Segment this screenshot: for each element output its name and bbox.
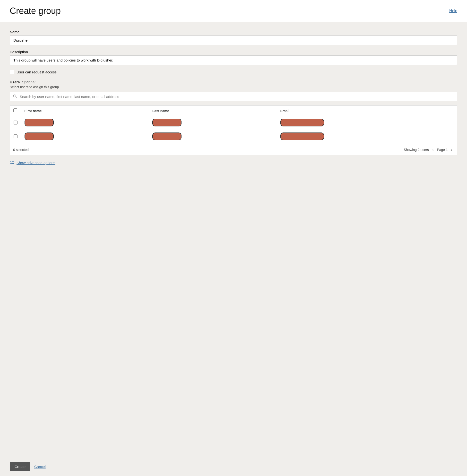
checkbox-label: User can request access	[16, 70, 57, 74]
col-first-name: First name	[21, 106, 149, 116]
page-title: Create group	[10, 6, 61, 16]
row-2-checkbox-cell	[10, 130, 21, 144]
showing-label: Showing 2 users	[403, 148, 429, 152]
page-indicator: Page 1	[437, 148, 448, 152]
create-button[interactable]: Create	[10, 462, 30, 471]
prev-page-button[interactable]: ‹	[431, 147, 435, 152]
search-input[interactable]	[10, 92, 457, 101]
optional-label: Optional	[22, 80, 36, 84]
redacted-email-2	[280, 132, 324, 140]
name-label: Name	[10, 30, 457, 34]
selected-count: 0 selected	[13, 148, 29, 152]
table-row	[10, 130, 457, 144]
row-2-email	[277, 130, 457, 144]
col-last-name: Last name	[149, 106, 277, 116]
redacted-first-name-2	[25, 132, 54, 140]
description-section: Description	[10, 50, 457, 65]
redacted-first-name-1	[25, 119, 54, 126]
redacted-last-name-1	[152, 119, 182, 126]
pagination: Showing 2 users ‹ Page 1 ›	[403, 147, 454, 152]
users-description: Select users to assign this group.	[10, 85, 457, 89]
redacted-email-1	[280, 119, 324, 126]
users-table: First name Last name Email	[10, 105, 457, 144]
main-content: Name Description User can request access…	[0, 22, 467, 457]
checkbox-row: User can request access	[10, 70, 457, 74]
redacted-last-name-2	[152, 132, 182, 140]
row-1-checkbox-cell	[10, 116, 21, 130]
col-email: Email	[277, 106, 457, 116]
page-header: Create group Help	[0, 0, 467, 22]
user-access-checkbox[interactable]	[10, 70, 14, 74]
next-page-button[interactable]: ›	[450, 147, 454, 152]
name-input[interactable]	[10, 36, 457, 45]
table-footer: 0 selected Showing 2 users ‹ Page 1 ›	[10, 144, 457, 155]
table-header-row: First name Last name Email	[10, 106, 457, 116]
users-label: Users	[10, 80, 20, 84]
description-label: Description	[10, 50, 457, 54]
users-section: Users Optional Select users to assign th…	[10, 80, 457, 155]
advanced-options-button[interactable]: Show advanced options	[10, 160, 55, 165]
name-section: Name	[10, 30, 457, 45]
svg-point-5	[13, 163, 13, 164]
advanced-options-icon	[10, 160, 14, 165]
row-1-last-name	[149, 116, 277, 130]
svg-point-3	[11, 161, 12, 162]
description-input[interactable]	[10, 55, 457, 65]
row-2-last-name	[149, 130, 277, 144]
search-container	[10, 92, 457, 101]
help-link[interactable]: Help	[449, 9, 457, 13]
select-all-header	[10, 106, 21, 116]
table-row	[10, 116, 457, 130]
cancel-button[interactable]: Cancel	[34, 464, 46, 469]
users-header: Users Optional	[10, 80, 457, 84]
row-2-first-name	[21, 130, 149, 144]
row-1-first-name	[21, 116, 149, 130]
select-all-checkbox[interactable]	[13, 108, 17, 112]
row-1-checkbox[interactable]	[13, 120, 17, 124]
page-footer: Create Cancel	[0, 457, 467, 476]
advanced-options-label: Show advanced options	[16, 161, 55, 165]
row-1-email	[277, 116, 457, 130]
row-2-checkbox[interactable]	[13, 134, 17, 138]
